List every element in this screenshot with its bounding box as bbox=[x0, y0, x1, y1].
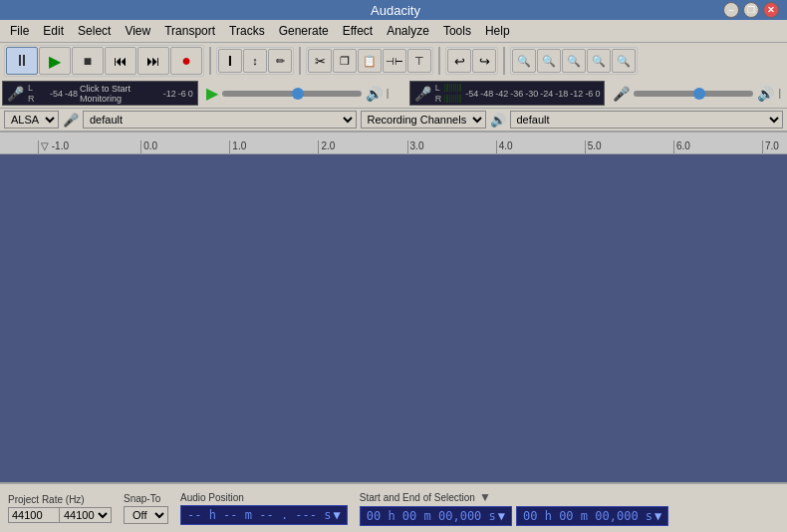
paste-button[interactable]: 📋 bbox=[358, 49, 382, 73]
menu-generate[interactable]: Generate bbox=[273, 22, 335, 40]
zoom-out-button[interactable]: 🔍 bbox=[537, 49, 561, 73]
channel-r-label: R bbox=[28, 94, 36, 104]
minimize-button[interactable]: – bbox=[723, 2, 739, 18]
ruler-ticks: ▽ -1.0 0.0 1.0 2.0 3.0 4.0 5.0 6.0 7.0 bbox=[34, 140, 783, 153]
output-device-select[interactable]: default bbox=[510, 111, 784, 129]
recording-speaker-icon: 🔊 bbox=[757, 86, 774, 102]
window-controls: – ❐ ✕ bbox=[723, 2, 779, 18]
project-rate-input[interactable] bbox=[9, 508, 59, 522]
stop-button[interactable]: ■ bbox=[72, 47, 104, 75]
toolbar-area: ⏸ ▶ ■ ⏮ ⏭ ● I ↕ ✏ ✂ ❐ 📋 ⊣⊢ ⊤ ↩ ↪ bbox=[0, 43, 787, 133]
input-vu-scale-row: L bbox=[28, 83, 46, 93]
undo-button[interactable]: ↩ bbox=[447, 49, 471, 73]
vu-meters-row: 🎤 L bbox=[0, 79, 787, 109]
project-rate-label: Project Rate (Hz) bbox=[8, 494, 112, 505]
playback-area: ▶ 🔊 | bbox=[200, 79, 407, 108]
menu-transport[interactable]: Transport bbox=[158, 22, 221, 40]
envelope-tool-button[interactable]: ↕ bbox=[243, 49, 267, 73]
menu-tracks[interactable]: Tracks bbox=[223, 22, 271, 40]
record-button[interactable]: ● bbox=[170, 47, 202, 75]
playback-volume-slider[interactable] bbox=[222, 91, 362, 97]
audio-host-select[interactable]: ALSA bbox=[4, 111, 59, 129]
ruler-content: ▽ -1.0 0.0 1.0 2.0 3.0 4.0 5.0 6.0 7.0 bbox=[4, 140, 783, 153]
trim-button[interactable]: ⊣⊢ bbox=[383, 49, 406, 73]
input-vu-scale: -54 -48 Click to Start Monitoring -12 -6… bbox=[50, 84, 193, 104]
selection-label-row: Start and End of Selection ▼ bbox=[360, 490, 779, 504]
cut-button[interactable]: ✂ bbox=[308, 49, 332, 73]
zoom-tog-button[interactable]: 🔍 bbox=[612, 49, 636, 73]
edit-toolbar: I ↕ ✏ bbox=[216, 47, 294, 75]
ruler-tick-4: 3.0 bbox=[407, 140, 424, 153]
skip-start-button[interactable]: ⏮ bbox=[105, 47, 136, 75]
menu-edit[interactable]: Edit bbox=[37, 22, 70, 40]
channel-l-label: L bbox=[28, 83, 36, 93]
ruler-tick-0: ▽ -1.0 bbox=[38, 140, 69, 153]
selection-end-display: 00 h 00 m 00,000 s ▼ bbox=[516, 506, 668, 526]
recording-volume-area: 🎤 🔊 | bbox=[607, 79, 787, 108]
playback-sliders: 🔊 | bbox=[222, 86, 401, 102]
main-content[interactable] bbox=[0, 154, 787, 482]
project-rate-select[interactable]: 44100 48000 22050 bbox=[59, 508, 111, 522]
selection-end-value: 00 h 00 m 00,000 s bbox=[523, 509, 653, 523]
output-vu-bars: L R bbox=[435, 83, 462, 104]
recording-volume-slider[interactable] bbox=[634, 91, 753, 97]
toolbar-divider-3 bbox=[438, 47, 440, 75]
bottom-bar: Project Rate (Hz) 44100 48000 22050 Snap… bbox=[0, 482, 787, 532]
menu-file[interactable]: File bbox=[4, 22, 35, 40]
output-vu-meter[interactable]: 🎤 L bbox=[409, 81, 606, 106]
input-mic-icon[interactable]: 🎤 bbox=[63, 113, 79, 128]
audio-pos-dropdown[interactable]: ▼ bbox=[334, 508, 341, 522]
transport-toolbar: ⏸ ▶ ■ ⏮ ⏭ ● bbox=[4, 45, 204, 77]
monitor-label[interactable]: Click to Start Monitoring bbox=[80, 84, 161, 104]
menu-view[interactable]: View bbox=[119, 22, 156, 40]
ruler-tick-1: 0.0 bbox=[140, 140, 157, 153]
menu-tools[interactable]: Tools bbox=[437, 22, 477, 40]
input-device-select[interactable]: default bbox=[83, 111, 357, 129]
snap-to-select[interactable]: Off bbox=[124, 506, 168, 524]
redo-button[interactable]: ↪ bbox=[472, 49, 496, 73]
copy-button[interactable]: ❐ bbox=[333, 49, 357, 73]
menu-analyze[interactable]: Analyze bbox=[381, 22, 435, 40]
playback-volume-thumb[interactable] bbox=[292, 88, 304, 100]
silence-button[interactable]: ⊤ bbox=[407, 49, 431, 73]
menu-select[interactable]: Select bbox=[72, 22, 117, 40]
play-button[interactable]: ▶ bbox=[39, 47, 71, 75]
zoom-fit-button[interactable]: 🔍 bbox=[562, 49, 586, 73]
draw-tool-button[interactable]: ✏ bbox=[268, 49, 292, 73]
ruler-tick-3: 2.0 bbox=[318, 140, 335, 153]
mic-icon[interactable]: 🎤 bbox=[7, 86, 24, 102]
out-channel-l-label: L bbox=[435, 83, 443, 93]
snap-to-group: Snap-To Off bbox=[124, 493, 168, 524]
max-volume-label: | bbox=[387, 88, 390, 99]
selection-displays: 00 h 00 m 00,000 s ▼ 00 h 00 m 00,000 s … bbox=[360, 506, 779, 526]
input-vu-meter[interactable]: 🎤 L bbox=[2, 81, 198, 106]
playback-play-icon[interactable]: ▶ bbox=[206, 84, 218, 103]
app-title: Audacity bbox=[68, 3, 723, 18]
playback-meter-icon[interactable]: 🎤 bbox=[414, 86, 431, 102]
menubar: File Edit Select View Transport Tracks G… bbox=[0, 20, 787, 43]
menu-help[interactable]: Help bbox=[479, 22, 516, 40]
menu-effect[interactable]: Effect bbox=[337, 22, 379, 40]
sel-end-dropdown[interactable]: ▼ bbox=[655, 509, 661, 523]
zoom-in-button[interactable]: 🔍 bbox=[512, 49, 536, 73]
ruler: ▽ -1.0 0.0 1.0 2.0 3.0 4.0 5.0 6.0 7.0 bbox=[0, 133, 787, 154]
ruler-tick-5: 4.0 bbox=[496, 140, 513, 153]
audio-position-group: Audio Position -- h -- m -- . --- s ▼ bbox=[180, 492, 348, 525]
audio-position-label: Audio Position bbox=[180, 492, 348, 503]
sel-start-dropdown[interactable]: ▼ bbox=[498, 509, 505, 523]
project-rate-control: 44100 48000 22050 bbox=[8, 507, 112, 523]
max-rec-volume-label[interactable]: | bbox=[778, 88, 781, 99]
selection-dropdown-icon[interactable]: ▼ bbox=[479, 490, 491, 504]
restore-button[interactable]: ❐ bbox=[743, 2, 759, 18]
zoom-sel-button[interactable]: 🔍 bbox=[587, 49, 611, 73]
close-button[interactable]: ✕ bbox=[763, 2, 779, 18]
pause-button[interactable]: ⏸ bbox=[6, 47, 38, 75]
ruler-tick-8: 7.0 bbox=[762, 140, 779, 153]
recording-channels-select[interactable]: Recording Channels bbox=[361, 111, 486, 129]
recording-volume-thumb[interactable] bbox=[693, 88, 705, 100]
playback-volume-row: 🔊 | bbox=[222, 86, 401, 102]
toolbar-divider-1 bbox=[209, 47, 211, 75]
recording-mic-icon[interactable]: 🎤 bbox=[613, 86, 630, 102]
skip-end-button[interactable]: ⏭ bbox=[137, 47, 169, 75]
select-tool-button[interactable]: I bbox=[218, 49, 242, 73]
